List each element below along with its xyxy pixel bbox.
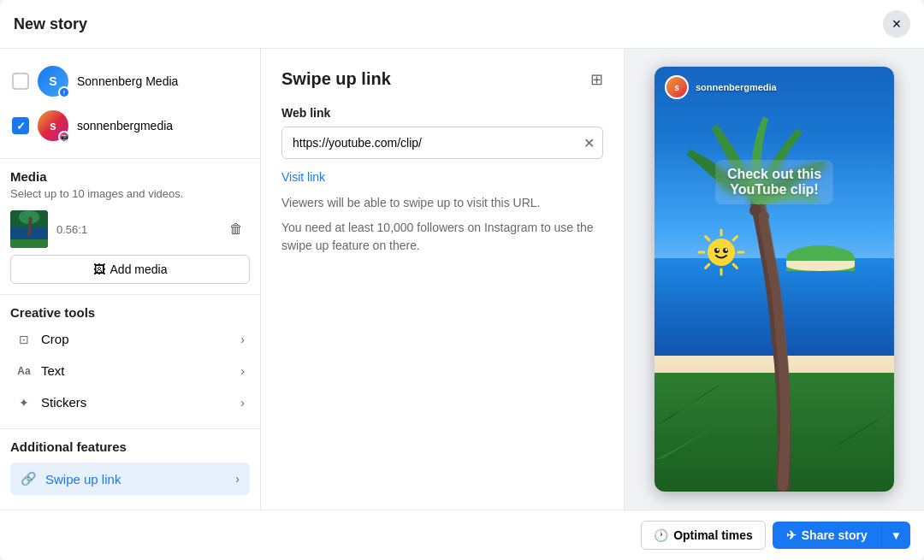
crop-chevron-icon: › [240,333,245,346]
media-ratio: 0.56:1 [56,223,214,236]
optimal-times-label: Optimal times [673,528,753,542]
media-section-title: Media [10,169,250,184]
additional-features-section: Additional features 🔗 Swipe up link › [0,429,260,505]
crop-tool[interactable]: ⊡ Crop › [10,323,250,355]
swipe-up-chevron-icon: › [235,472,240,486]
swipe-up-icon: 🔗 [21,471,37,486]
swipe-panel-header: Swipe up link ⊞ [281,69,603,89]
swipe-up-feature[interactable]: 🔗 Swipe up link › [10,463,250,495]
text-icon: Aa [15,365,33,377]
chevron-down-icon: ▼ [891,529,902,542]
add-media-button[interactable]: 🖼 Add media [10,255,250,284]
media-thumbnail [10,210,48,248]
story-preview-panel: s sonnenbergmedia Check out this YouTube… [625,49,924,510]
story-text-line1: Check out this [727,167,821,182]
text-tool[interactable]: Aa Text › [10,355,250,386]
swipe-info-text-1: Viewers will be able to swipe up to visi… [281,194,603,212]
facebook-badge: f [58,86,70,98]
delete-media-button[interactable]: 🗑 [222,215,250,243]
swipe-up-label: Swipe up link [45,472,121,486]
share-story-label: Share story [802,528,868,542]
modal-header: New story × [0,0,924,49]
svg-line-14 [706,236,709,239]
stickers-label: Stickers [41,395,86,410]
crop-icon: ⊡ [15,333,33,346]
url-input[interactable] [282,127,575,158]
svg-point-18 [717,248,720,251]
add-media-icon: 🖼 [93,262,105,276]
stickers-chevron-icon: › [240,396,245,410]
clock-icon: 🕐 [654,528,668,542]
sun-sticker [697,228,745,276]
account-item-instagram[interactable]: s 📷 sonnenbergmedia [7,103,253,148]
optimal-times-button[interactable]: 🕐 Optimal times [641,521,766,550]
modal-footer: 🕐 Optimal times ✈ Share story ▼ [0,510,924,560]
add-media-label: Add media [110,262,168,276]
media-section: Media Select up to 10 images and videos. [0,159,260,295]
svg-line-12 [706,264,709,268]
thumbnail-image [10,210,48,248]
url-input-wrapper: ✕ [281,127,603,159]
media-section-subtitle: Select up to 10 images and videos. [10,187,250,200]
instagram-badge: 📷 [58,131,70,143]
close-button[interactable]: × [883,10,910,38]
stickers-icon: ✦ [15,396,33,410]
creative-tools-section: Creative tools ⊡ Crop › Aa Text › [0,295,260,429]
svg-point-15 [708,239,735,266]
share-dropdown-button[interactable]: ▼ [881,522,910,549]
svg-line-10 [734,264,737,268]
text-label: Text [41,363,65,378]
swipe-info-text-2: You need at least 10,000 followers on In… [281,219,603,255]
facebook-account-name: Sonnenberg Media [77,74,178,88]
story-username: sonnenbergmedia [696,82,777,92]
instagram-checkbox[interactable] [12,117,29,134]
share-story-button[interactable]: ✈ Share story [773,522,881,549]
svg-point-6 [759,211,769,221]
swipe-panel-title: Swipe up link [281,69,391,89]
creative-tools-title: Creative tools [10,305,250,320]
stickers-tool[interactable]: ✦ Stickers › [10,386,250,418]
palm-tree-svg [654,67,894,492]
clear-url-button[interactable]: ✕ [575,135,602,151]
additional-features-title: Additional features [10,439,250,454]
story-avatar: s [665,75,689,99]
story-text-overlay: Check out this YouTube clip! [715,160,833,204]
instagram-avatar: s 📷 [38,110,68,141]
new-story-modal: New story × S f Sonnenberg Media s [0,0,924,560]
svg-line-8 [734,236,737,239]
modal-title: New story [14,15,87,33]
media-item: 0.56:1 🗑 [10,210,250,248]
story-header: s sonnenbergmedia [665,75,777,99]
share-button-group: ✈ Share story ▼ [773,522,910,549]
facebook-checkbox[interactable] [12,73,29,90]
story-preview: s sonnenbergmedia Check out this YouTube… [654,67,894,492]
story-text-line2: YouTube clip! [727,182,821,197]
text-chevron-icon: › [240,364,245,378]
facebook-avatar: S f [38,66,68,97]
visit-link[interactable]: Visit link [281,170,325,184]
svg-point-19 [726,248,728,251]
account-item-facebook[interactable]: S f Sonnenberg Media [7,59,253,103]
preview-toggle-icon[interactable]: ⊞ [590,70,603,89]
web-link-label: Web link [281,106,603,120]
left-panel: S f Sonnenberg Media s 📷 sonnenbergmedia… [0,49,261,510]
send-icon: ✈ [786,528,797,542]
story-scene: s sonnenbergmedia Check out this YouTube… [654,67,894,492]
crop-label: Crop [41,332,69,346]
accounts-section: S f Sonnenberg Media s 📷 sonnenbergmedia [0,49,260,159]
svg-rect-2 [10,239,48,248]
swipe-up-panel: Swipe up link ⊞ Web link ✕ Visit link Vi… [261,49,625,510]
instagram-account-name: sonnenbergmedia [77,119,173,133]
modal-body: S f Sonnenberg Media s 📷 sonnenbergmedia… [0,49,924,510]
